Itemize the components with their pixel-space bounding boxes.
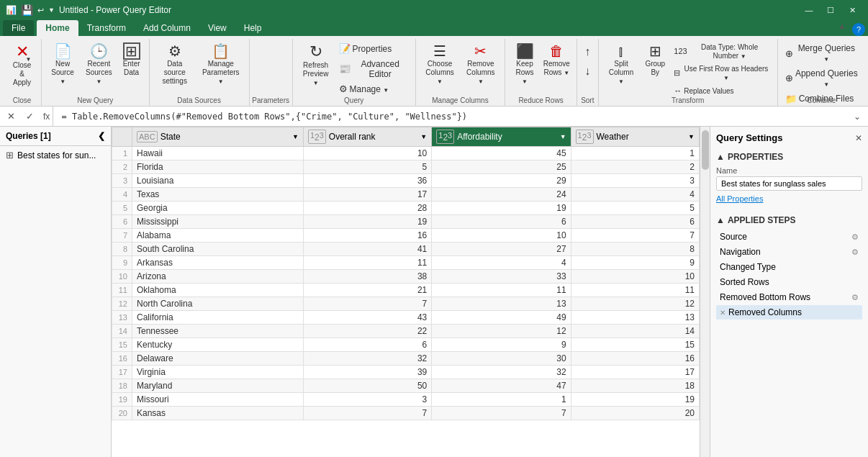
cell-weather: 10 <box>571 270 699 284</box>
cell-weather: 11 <box>571 284 699 297</box>
recent-sources-button[interactable]: 🕒 RecentSources ▼ <box>81 40 117 88</box>
undo-icon[interactable]: ↩ <box>37 6 44 15</box>
step-name-source: Source <box>720 232 849 242</box>
grid-wrapper[interactable]: ABC State ▼ 123 Overall rank ▼ <box>112 127 700 457</box>
col-dropdown-state[interactable]: ▼ <box>292 133 299 140</box>
close-apply-button[interactable]: ✕ ▼ Close &Apply <box>7 40 37 89</box>
first-row-headers-button[interactable]: ⊟ Use First Row as Headers ▼ <box>671 63 772 83</box>
group-by-button[interactable]: ⊞ GroupBy <box>642 40 668 79</box>
table-row: 14 Tennessee 22 12 14 <box>112 325 700 338</box>
cell-overall: 32 <box>303 352 431 366</box>
tab-home[interactable]: Home <box>37 20 78 36</box>
refresh-preview-button[interactable]: ↻ RefreshPreview ▼ <box>297 40 335 89</box>
keep-rows-button[interactable]: ⬛ KeepRows ▼ <box>510 40 540 88</box>
cell-state: Arkansas <box>132 256 304 270</box>
window-controls: — ☐ ✕ <box>799 0 862 20</box>
replace-values-button[interactable]: ↔ Replace Values <box>671 85 772 97</box>
row-number: 16 <box>112 352 132 366</box>
remove-columns-button[interactable]: ✂ RemoveColumns ▼ <box>461 40 500 88</box>
col-dropdown-weather[interactable]: ▼ <box>688 133 695 140</box>
help-icon[interactable]: ? <box>852 23 865 36</box>
formula-confirm-button[interactable]: ✓ <box>22 109 37 125</box>
tab-add-column[interactable]: Add Column <box>135 20 199 36</box>
table-row: 17 Virginia 39 32 17 <box>112 366 700 379</box>
tab-file[interactable]: File <box>3 20 34 36</box>
cell-overall: 21 <box>303 284 431 297</box>
choose-columns-button[interactable]: ☰ ChooseColumns ▼ <box>420 40 460 88</box>
query-name-input[interactable]: Best states for sunglass sales <box>716 176 862 191</box>
col-dropdown-overall[interactable]: ▼ <box>420 133 427 140</box>
tab-view[interactable]: View <box>199 20 235 36</box>
cell-weather: 6 <box>571 215 699 229</box>
cell-overall: 50 <box>303 379 431 393</box>
sidebar-collapse-button[interactable]: ❮ <box>98 131 105 141</box>
new-source-button[interactable]: 📄 NewSource ▼ <box>46 40 79 88</box>
advanced-editor-icon: 📰 <box>339 63 351 75</box>
vertical-scrollbar[interactable] <box>700 127 710 457</box>
tab-help[interactable]: Help <box>235 20 271 36</box>
step-item-removed-bottom-rows[interactable]: Removed Bottom Rows⚙ <box>716 290 862 304</box>
properties-collapse-icon[interactable]: ▲ <box>716 152 725 162</box>
remove-rows-button[interactable]: 🗑 RemoveRows ▼ <box>541 40 572 79</box>
step-gear-icon[interactable]: ⚙ <box>851 232 859 242</box>
manage-parameters-button[interactable]: 📋 ManageParameters ▼ <box>197 40 245 88</box>
step-item-navigation[interactable]: Navigation⚙ <box>716 245 862 259</box>
ribbon-group-close: ✕ ▼ Close &Apply Close <box>3 39 42 106</box>
manage-button[interactable]: ⚙ Manage ▼ <box>336 82 411 96</box>
col-header-state[interactable]: ABC State ▼ <box>132 127 304 147</box>
split-column-button[interactable]: ⫿ SplitColumn ▼ <box>603 40 639 88</box>
step-item-changed-type[interactable]: Changed Type <box>716 260 862 274</box>
row-number: 4 <box>112 188 132 202</box>
row-num-header <box>112 127 132 147</box>
keep-rows-label: KeepRows ▼ <box>513 60 536 86</box>
cell-overall: 19 <box>303 215 431 229</box>
step-close-icon[interactable]: ✕ <box>720 309 725 317</box>
formula-cancel-button[interactable]: ✕ <box>3 109 19 125</box>
applied-steps-collapse-icon[interactable]: ▲ <box>716 215 725 225</box>
query-settings-title: Query Settings <box>716 132 782 143</box>
cell-weather: 4 <box>571 188 699 202</box>
step-gear-icon[interactable]: ⚙ <box>851 293 859 302</box>
merge-queries-button[interactable]: ⊕ Merge Queries ▼ <box>782 42 861 65</box>
data-type-button[interactable]: 123 Data Type: Whole Number ▼ <box>671 42 772 62</box>
append-queries-button[interactable]: ⊕ Append Queries ▼ <box>782 67 861 91</box>
formula-expand-button[interactable]: ⌄ <box>849 109 865 125</box>
table-row: 2 Florida 5 25 2 <box>112 160 700 174</box>
sort-ascending-button[interactable]: ↑ <box>582 43 593 60</box>
col-dropdown-affordability[interactable]: ▼ <box>560 133 566 140</box>
col-header-affordability[interactable]: 123 Affordability ▼ <box>432 127 571 147</box>
advanced-editor-button[interactable]: 📰 Advanced Editor <box>336 58 411 81</box>
data-grid: ABC State ▼ 123 Overall rank ▼ <box>112 127 700 420</box>
append-queries-icon: ⊕ <box>785 73 793 84</box>
query-settings-close-button[interactable]: ✕ <box>855 133 862 143</box>
cell-overall: 6 <box>303 338 431 352</box>
sort-descending-button[interactable]: ↓ <box>582 63 593 79</box>
tab-transform[interactable]: Transform <box>78 20 135 36</box>
step-item-removed-columns[interactable]: ✕Removed Columns <box>716 305 862 320</box>
applied-steps-label: APPLIED STEPS <box>728 215 796 225</box>
close-apply-label: Close &Apply <box>11 61 33 87</box>
col-header-overall-rank[interactable]: 123 Overall rank ▼ <box>303 127 431 147</box>
sidebar-item-best-states[interactable]: ⊞ Best states for sun... <box>0 146 111 164</box>
ribbon-collapse-button[interactable]: ▲ <box>832 16 852 36</box>
all-properties-link[interactable]: All Properties <box>716 194 763 203</box>
properties-button[interactable]: 📝 Properties <box>336 42 411 56</box>
step-item-source[interactable]: Source⚙ <box>716 230 862 244</box>
col-label-weather: Weather <box>597 132 629 142</box>
step-item-sorted-rows[interactable]: Sorted Rows <box>716 275 862 289</box>
formula-input[interactable] <box>56 112 846 122</box>
col-header-weather[interactable]: 123 Weather ▼ <box>571 127 699 147</box>
cell-overall: 36 <box>303 174 431 188</box>
step-gear-icon[interactable]: ⚙ <box>851 248 859 257</box>
cell-affordability: 12 <box>432 325 571 338</box>
minimize-button[interactable]: — <box>799 0 819 20</box>
row-number: 20 <box>112 407 132 420</box>
save-icon[interactable]: 💾 <box>21 4 33 16</box>
reduce-rows-group-label: Reduce Rows <box>505 96 577 104</box>
data-source-settings-button[interactable]: ⚙ Data sourcesettings <box>154 40 196 88</box>
dropdown-arrow-icon[interactable]: ▼ <box>48 6 55 14</box>
scrollbar-thumb[interactable] <box>702 130 709 170</box>
cell-weather: 17 <box>571 366 699 379</box>
data-type-icon: 123 <box>674 47 687 56</box>
enter-data-button[interactable]: ⊞ EnterData <box>119 40 145 79</box>
